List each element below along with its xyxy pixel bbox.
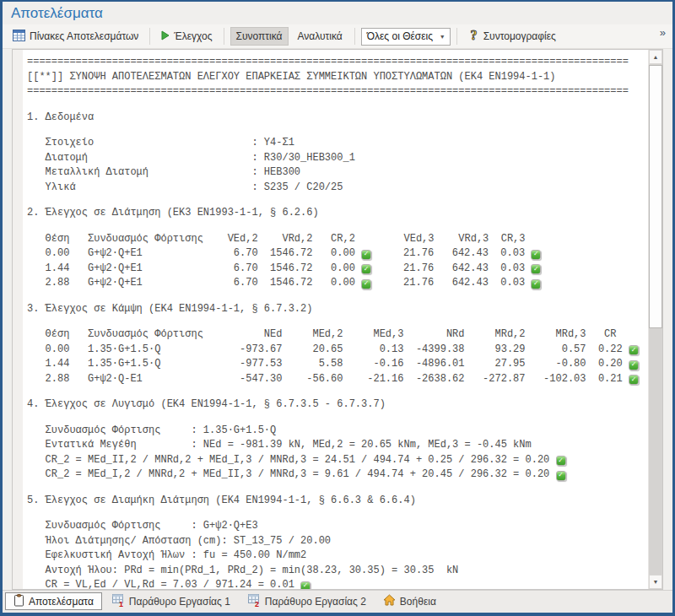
report-line: Αντοχή Ήλου: PRd = min(PRd_1, PRd_2) = m…	[27, 564, 648, 579]
report-line: 2.88 G+ψ2·Q+E1 6.70 1546.72 0.00 ✓ 21.76…	[27, 276, 648, 291]
report-line: 3. Έλεγχος σε Κάμψη (ΕΚ4 EN1994-1-1, § 6…	[27, 302, 648, 317]
abbreviations-button[interactable]: ? Συντομογραφίες	[463, 26, 561, 47]
report-line: CR_2 = MEd_II,2 / MNRd,2 + MEd_I,3 / MNR…	[27, 453, 648, 468]
report-panel: ========================================…	[12, 49, 663, 590]
detailed-toggle[interactable]: Αναλυτικά	[292, 27, 348, 46]
report-blank-line	[27, 316, 648, 327]
tab-work-window-1-label: Παράθυρο Εργασίας 1	[129, 596, 230, 608]
report-line: 0.00 G+ψ2·Q+E1 6.70 1546.72 0.00 ✓ 21.76…	[27, 246, 648, 262]
report-blank-line	[27, 291, 648, 302]
report-line: 0.00 1.35·G+1.5·Q -973.67 20.65 0.13 -43…	[27, 343, 648, 358]
report-line: Υλικά : S235 / C20/25	[27, 181, 648, 196]
report-blank-line	[27, 483, 648, 494]
page-title: Αποτελέσματα	[11, 5, 103, 21]
report-line: Εντατικά Μεγέθη : NEd = -981.39 kN, MEd,…	[27, 438, 648, 453]
check-ok-icon: ✓	[629, 345, 639, 355]
report-line: 4. Έλεγχος σε Λυγισμό (ΕΚ4 EN1994-1-1, §…	[27, 397, 648, 413]
toolbar-separator	[456, 28, 457, 45]
report-line: Συνδυασμός Φόρτισης : G+ψ2·Q+E3	[27, 519, 648, 534]
report-line: ========================================…	[27, 84, 648, 100]
chevron-down-icon[interactable]: ▼	[435, 29, 450, 45]
report-blank-line	[27, 100, 648, 111]
tab-work-window-2-label: Παράθυρο Εργασίας 2	[265, 596, 366, 608]
report-line: Συνδυασμός Φόρτισης : 1.35·G+1.5·Q	[27, 424, 648, 439]
report-line: Μεταλλική Διατομή : HEB300	[27, 165, 648, 181]
tab-help[interactable]: Βοήθεια	[375, 592, 444, 610]
tab-results[interactable]: Αποτελέσματα	[5, 592, 102, 610]
check-ok-icon: ✓	[361, 250, 371, 260]
tab-work-window-1[interactable]: 1 Παράθυρο Εργασίας 1	[104, 592, 238, 610]
report-line: 1.44 G+ψ2·Q+E1 6.70 1546.72 0.00 ✓ 21.76…	[27, 262, 648, 277]
report-line: 1. Δεδομένα	[27, 111, 648, 126]
check-ok-icon: ✓	[531, 264, 541, 274]
check-ok-icon: ✓	[556, 456, 566, 466]
abbreviations-label: Συντομογραφίες	[483, 30, 556, 42]
tab-work-window-2[interactable]: 2 Παράθυρο Εργασίας 2	[240, 592, 374, 610]
report-line: ========================================…	[27, 55, 648, 70]
check-ok-icon: ✓	[556, 471, 566, 481]
report-line: 1.44 1.35·G+1.5·Q -977.53 5.58 -0.16 -48…	[27, 357, 648, 372]
report-blank-line	[27, 221, 648, 232]
report-blank-line	[27, 413, 648, 424]
tab-results-label: Αποτελέσματα	[29, 596, 94, 608]
toolbar-separator	[149, 28, 150, 45]
toolbar-separator	[224, 28, 224, 45]
report-line: Θέση Συνδυασμός Φόρτισης NEd MEd,2 MEd,3…	[27, 327, 648, 343]
report-line: 5. Έλεγχος σε Διαμήκη Διάτμηση (ΕΚ4 EN19…	[27, 494, 648, 509]
svg-text:1: 1	[119, 600, 123, 608]
report-blank-line	[27, 508, 648, 519]
report-line: 2. Έλεγχος σε Διάτμηση (ΕΚ3 EN1993-1-1, …	[27, 206, 648, 221]
check-ok-icon: ✓	[629, 360, 639, 370]
toolbar-overflow-chevron[interactable]: »	[660, 24, 666, 39]
scrollbar-thumb[interactable]	[649, 65, 662, 328]
report-line: 2.88 G+ψ2·Q-E1 -547.30 -56.60 -21.16 -26…	[27, 372, 648, 387]
check-ok-icon: ✓	[531, 250, 541, 260]
toolbar: Πίνακες Αποτελεσμάτων Έλεγχος Συνοπτικά …	[3, 24, 672, 49]
home-icon	[383, 594, 396, 608]
report-line: Στοιχείο : Υ4-Σ1	[27, 136, 648, 151]
clipboard-icon	[14, 594, 24, 609]
run-check-label: Έλεγχος	[174, 30, 212, 42]
summary-toggle[interactable]: Συνοπτικά	[230, 27, 289, 46]
positions-dropdown[interactable]: Όλες οι Θέσεις ▼	[361, 28, 451, 46]
toolbar-separator	[354, 28, 355, 45]
svg-text:?: ?	[470, 29, 477, 42]
report: ========================================…	[23, 50, 648, 589]
run-check-button[interactable]: Έλεγχος	[156, 28, 217, 46]
report-line: Ήλοι Διάτμησης/ Απόσταση (cm): ST_13_75 …	[27, 534, 648, 549]
bottom-tab-bar: Αποτελέσματα 1 Παράθυρο Εργασίας 1 2 Παρ…	[3, 590, 672, 613]
positions-dropdown-value: Όλες οι Θέσεις	[367, 30, 433, 42]
check-ok-icon: ✓	[361, 279, 371, 289]
result-tables-button[interactable]: Πίνακες Αποτελεσμάτων	[8, 27, 143, 46]
report-line: Εφελκυστική Αντοχή Ήλων : fu = 450.00 N/…	[27, 548, 648, 564]
scroll-up-button[interactable]: ▲	[649, 50, 662, 64]
report-line: [[**]] ΣΥΝΟΨΗ ΑΠΟΤΕΛΕΣΜΑΤΩΝ ΕΛΕΓΧΟΥ ΕΠΑΡ…	[27, 70, 648, 85]
worksheet-1-icon: 1	[111, 593, 125, 609]
check-ok-icon: ✓	[531, 279, 541, 289]
tab-help-label: Βοήθεια	[400, 596, 436, 608]
detailed-toggle-label: Αναλυτικά	[298, 30, 343, 42]
report-line: Διατομή : R30/30_HEB300_1	[27, 151, 648, 166]
report-blank-line	[27, 125, 648, 136]
vertical-scrollbar[interactable]: ▲ ▼	[648, 50, 662, 589]
check-ok-icon: ✓	[300, 581, 310, 590]
check-ok-icon: ✓	[629, 375, 639, 385]
worksheet-2-icon: 2	[247, 593, 261, 609]
report-line: Θέση Συνδυασμός Φόρτισης VEd,2 VRd,2 CR,…	[27, 232, 648, 247]
scroll-down-button[interactable]: ▼	[649, 575, 662, 589]
report-line: CR_2 = MEd_I,2 / MNRd,2 + MEd_II,3 / MNR…	[27, 467, 648, 483]
report-left-gutter	[13, 50, 23, 589]
help-question-icon: ?	[468, 29, 479, 45]
summary-toggle-label: Συνοπτικά	[236, 30, 283, 42]
title-bar: Αποτελέσματα	[3, 2, 672, 24]
table-icon	[13, 30, 25, 44]
svg-text:2: 2	[255, 600, 259, 608]
result-tables-label: Πίνακες Αποτελεσμάτων	[30, 30, 138, 42]
report-line: CR = VL,Ed / VL,Rd = 7.03 / 971.24 = 0.0…	[27, 578, 648, 589]
results-window: Αποτελέσματα Πίνακες Αποτελεσμάτων Έλεγχ…	[0, 0, 675, 616]
report-blank-line	[27, 195, 648, 206]
check-ok-icon: ✓	[361, 264, 371, 274]
report-blank-line	[27, 386, 648, 397]
play-icon	[161, 30, 170, 43]
